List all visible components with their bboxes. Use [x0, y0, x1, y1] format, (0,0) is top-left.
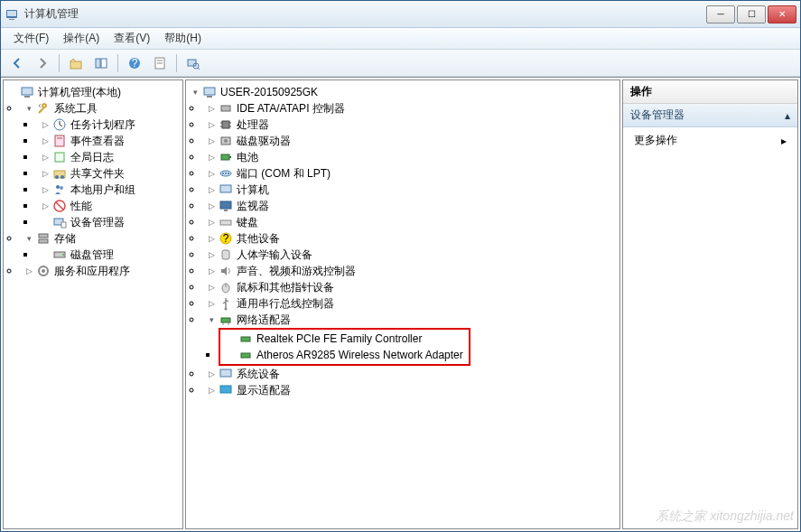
expand-icon[interactable]: ▷ [40, 152, 51, 163]
tree-label: 磁盘管理 [70, 247, 114, 263]
help-button[interactable]: ? [124, 52, 145, 74]
device-sound[interactable]: ▷声音、视频和游戏控制器 [202, 263, 619, 279]
expand-icon[interactable]: ▷ [206, 152, 217, 163]
collapse-icon[interactable]: ▾ [23, 233, 34, 244]
device-battery[interactable]: ▷电池 [202, 149, 619, 165]
expand-icon[interactable]: ▷ [206, 298, 217, 309]
expand-icon[interactable]: ▷ [40, 168, 51, 179]
expand-icon[interactable]: ▷ [40, 201, 51, 211]
device-ide[interactable]: ▷IDE ATA/ATAPI 控制器 [202, 100, 619, 117]
tree-performance[interactable]: ▷性能 [36, 198, 182, 214]
actions-section-device-mgr[interactable]: 设备管理器 ▴ [623, 104, 797, 127]
device-hid[interactable]: ▷人体学输入设备 [202, 247, 619, 263]
tree-global-log[interactable]: ▷全局日志 [36, 149, 182, 165]
app-icon [5, 7, 19, 22]
expand-icon[interactable]: ▷ [206, 249, 217, 260]
expand-icon[interactable]: ▷ [23, 266, 34, 276]
device-disk-drive[interactable]: ▷磁盘驱动器 [202, 133, 619, 149]
nic-icon [238, 331, 253, 346]
left-panel: ▷ 计算机管理(本地) ▾ 系统工具 ▷任务计划程序 [3, 79, 183, 529]
tree-root-computer-management[interactable]: ▷ 计算机管理(本地) [4, 84, 182, 100]
close-button[interactable]: ✕ [768, 5, 796, 23]
tree-system-tools[interactable]: ▾ 系统工具 [20, 100, 182, 117]
svg-rect-30 [39, 239, 48, 243]
expand-icon[interactable]: ▷ [206, 168, 217, 179]
expand-icon[interactable]: ▷ [206, 135, 217, 146]
device-keyboard[interactable]: ▷键盘 [202, 214, 619, 230]
svg-line-26 [56, 202, 63, 210]
forward-button[interactable] [32, 52, 53, 74]
show-hide-tree-button[interactable] [90, 52, 112, 74]
svg-rect-2 [9, 19, 14, 20]
tree-label: 性能 [70, 199, 92, 214]
svg-rect-57 [222, 250, 229, 259]
computer-icon [202, 85, 217, 99]
expand-icon[interactable]: ▷ [40, 119, 51, 130]
expand-icon[interactable]: ▷ [206, 184, 217, 195]
collapse-icon[interactable]: ▾ [206, 314, 217, 325]
pc-icon [219, 182, 233, 197]
menu-action[interactable]: 操作(A) [56, 29, 107, 48]
device-mouse[interactable]: ▷鼠标和其他指针设备 [202, 279, 619, 295]
expand-icon[interactable]: ▷ [206, 119, 217, 130]
clock-icon [52, 117, 67, 132]
device-ports[interactable]: ▷端口 (COM 和 LPT) [202, 165, 619, 182]
tree-shared-folders[interactable]: ▷共享文件夹 [36, 165, 182, 182]
tools-icon [36, 101, 51, 116]
scan-button[interactable] [182, 52, 204, 74]
device-atheros-wifi[interactable]: ▷Atheros AR9285 Wireless Network Adapter [222, 347, 467, 363]
device-display-adapter[interactable]: ▷显示适配器 [202, 382, 619, 398]
svg-rect-37 [221, 106, 230, 111]
collapse-icon[interactable]: ▾ [190, 87, 200, 98]
minimize-button[interactable]: ─ [706, 5, 735, 23]
tree-local-users[interactable]: ▷本地用户和组 [36, 182, 182, 198]
tree-disk-mgmt[interactable]: ▷磁盘管理 [36, 247, 182, 263]
tree-label: Realtek PCIe FE Family Controller [256, 332, 422, 345]
device-usb[interactable]: ▷通用串行总线控制器 [202, 295, 619, 312]
hdd-icon [219, 134, 233, 148]
tree-device-manager[interactable]: ▷设备管理器 [36, 214, 182, 230]
svg-rect-67 [220, 386, 231, 393]
expand-icon[interactable]: ▷ [206, 385, 217, 396]
device-monitor[interactable]: ▷监视器 [202, 198, 619, 214]
tree-event-viewer[interactable]: ▷事件查看器 [36, 133, 182, 149]
tree-services-apps[interactable]: ▷ 服务和应用程序 [20, 263, 182, 279]
tree-label: IDE ATA/ATAPI 控制器 [237, 101, 345, 117]
expand-icon[interactable]: ▷ [40, 184, 51, 195]
svg-rect-51 [220, 185, 231, 192]
menu-help[interactable]: 帮助(H) [157, 29, 209, 48]
svg-rect-53 [224, 210, 228, 211]
expand-icon[interactable]: ▷ [206, 282, 217, 293]
device-computers[interactable]: ▷计算机 [202, 182, 619, 198]
expand-icon[interactable]: ▷ [40, 135, 51, 146]
expand-icon[interactable]: ▷ [206, 233, 217, 244]
svg-rect-5 [101, 59, 107, 68]
tree-task-scheduler[interactable]: ▷任务计划程序 [36, 117, 182, 133]
device-realtek-nic[interactable]: ▷Realtek PCIe FE Family Controller [222, 331, 425, 347]
tree-storage[interactable]: ▾ 存储 [20, 230, 182, 247]
tree-label: USER-20150925GK [220, 86, 318, 98]
device-computer-root[interactable]: ▾ USER-20150925GK [186, 84, 619, 100]
expand-icon[interactable]: ▷ [206, 266, 217, 276]
device-system-dev[interactable]: ▷系统设备 [202, 366, 619, 382]
menu-file[interactable]: 文件(F) [6, 29, 56, 48]
maximize-button[interactable]: ☐ [737, 5, 766, 23]
expand-icon[interactable]: ▷ [206, 369, 217, 379]
svg-rect-52 [220, 201, 231, 209]
up-button[interactable] [65, 52, 87, 74]
svg-rect-15 [24, 96, 30, 98]
menu-view[interactable]: 查看(V) [107, 29, 157, 48]
back-button[interactable] [6, 52, 28, 74]
device-other[interactable]: ▷?其他设备 [202, 230, 619, 247]
device-network-adapters[interactable]: ▾网络适配器 [202, 312, 619, 328]
device-processor[interactable]: ▷处理器 [202, 117, 619, 133]
expand-icon[interactable]: ▷ [206, 103, 217, 114]
collapse-icon[interactable]: ▾ [23, 103, 34, 114]
port-icon [219, 166, 233, 181]
expand-icon[interactable]: ▷ [206, 201, 217, 211]
actions-more[interactable]: 更多操作 ▸ [623, 127, 797, 154]
svg-rect-36 [207, 96, 212, 98]
svg-rect-4 [96, 59, 100, 68]
expand-icon[interactable]: ▷ [206, 217, 217, 228]
properties-button[interactable] [149, 52, 171, 74]
